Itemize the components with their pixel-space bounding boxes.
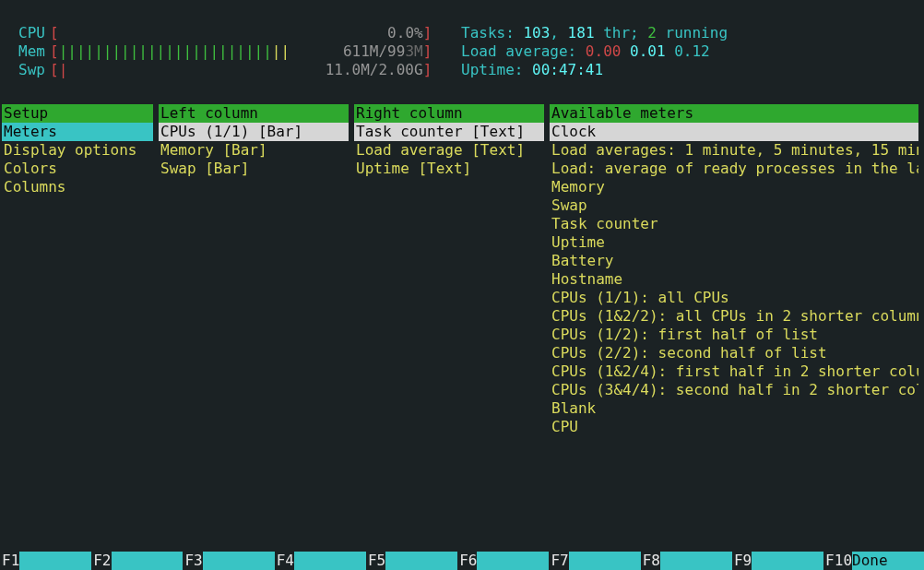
fkey-f7-action[interactable] [569, 552, 641, 570]
cpu-label: CPU [18, 24, 50, 42]
mem-meter: Mem [ |||||||||||||||||||||||||| 611M/99… [0, 42, 452, 61]
setup-item[interactable]: Columns [2, 178, 153, 196]
available-item[interactable]: Clock [550, 123, 918, 141]
setup-panels: Setup MetersDisplay optionsColorsColumns… [2, 104, 924, 436]
fkey-f2-action[interactable] [112, 552, 184, 570]
right_column-item[interactable]: Uptime [Text] [354, 160, 544, 178]
fkey-f9[interactable]: F9 [732, 552, 752, 570]
fkey-f5-action[interactable] [385, 552, 457, 570]
available-item[interactable]: CPUs (1&2/4): first half in 2 shorter co… [550, 362, 918, 381]
available-item[interactable]: Load averages: 1 minute, 5 minutes, 15 m… [550, 141, 918, 160]
header-meters: CPU [ 0.0% ] Tasks: 103, 181 thr; 2 runn… [0, 24, 924, 79]
fkey-f10[interactable]: F10 [823, 552, 852, 570]
swp-meter: Swp [ | 11.0M/2.00G ] [0, 61, 452, 79]
panel-left-column: Left column CPUs (1/1) [Bar]Memory [Bar]… [159, 104, 349, 436]
fkey-f7[interactable]: F7 [549, 552, 568, 570]
setup-item[interactable]: Colors [2, 160, 153, 178]
right_column-item[interactable]: Task counter [Text] [354, 123, 544, 141]
fkey-f6-action[interactable] [477, 552, 549, 570]
available-item[interactable]: CPUs (1&2/2): all CPUs in 2 shorter colu… [550, 307, 918, 326]
fkey-f5[interactable]: F5 [366, 552, 385, 570]
mem-label: Mem [18, 42, 50, 61]
setup-item[interactable]: Display options [2, 141, 153, 160]
swp-bar-used: | [59, 61, 68, 78]
fkey-f8[interactable]: F8 [641, 552, 660, 570]
available-item[interactable]: Load: average of ready processes in the … [550, 160, 918, 178]
uptime-meter: Uptime: 00:47:41 [452, 61, 603, 79]
fkey-f6[interactable]: F6 [457, 552, 477, 570]
available-item[interactable]: CPUs (1/2): first half of list [550, 326, 918, 344]
panel-right-column-header: Right column [354, 104, 544, 123]
swp-label: Swp [18, 61, 50, 79]
available-item[interactable]: Memory [550, 178, 918, 196]
setup-item[interactable]: Meters [2, 123, 153, 141]
swp-value: 11.0M/2.00G [326, 61, 423, 78]
load-meter: Load average: 0.00 0.01 0.12 [452, 42, 710, 61]
panel-available-header: Available meters [550, 104, 918, 123]
mem-value: 611M/99 [343, 42, 405, 60]
available-item[interactable]: Swap [550, 196, 918, 215]
fkey-f9-action[interactable] [752, 552, 823, 570]
available-item[interactable]: Hostname [550, 270, 918, 289]
left_column-item[interactable]: Swap [Bar] [159, 160, 349, 178]
available-item[interactable]: Blank [550, 399, 918, 418]
available-item[interactable]: Uptime [550, 233, 918, 252]
right_column-item[interactable]: Load average [Text] [354, 141, 544, 160]
function-key-bar: F1F2F3F4F5F6F7F8F9F10Done [0, 552, 924, 570]
available-item[interactable]: Battery [550, 252, 918, 270]
left_column-item[interactable]: CPUs (1/1) [Bar] [159, 123, 349, 141]
fkey-f2[interactable]: F2 [91, 552, 111, 570]
fkey-f3-action[interactable] [203, 552, 275, 570]
fkey-f10-action[interactable]: Done [852, 552, 924, 570]
panel-left-column-header: Left column [159, 104, 349, 123]
cpu-meter: CPU [ 0.0% ] [0, 24, 452, 42]
tasks-meter: Tasks: 103, 181 thr; 2 running [452, 24, 728, 42]
panel-setup-header: Setup [2, 104, 153, 123]
cpu-value: 0.0% [387, 24, 423, 42]
available-item[interactable]: CPUs (3&4/4): second half in 2 shorter c… [550, 381, 918, 399]
mem-bar-cache: || [272, 42, 290, 60]
bracket-open: [ [50, 24, 59, 42]
fkey-f1[interactable]: F1 [0, 552, 19, 570]
panel-setup: Setup MetersDisplay optionsColorsColumns [2, 104, 153, 436]
mem-bar-used: |||||||||||||||||||||||| [59, 42, 272, 60]
fkey-f4[interactable]: F4 [275, 552, 294, 570]
left_column-item[interactable]: Memory [Bar] [159, 141, 349, 160]
panel-right-column: Right column Task counter [Text]Load ave… [354, 104, 544, 436]
fkey-f1-action[interactable] [19, 552, 91, 570]
fkey-f4-action[interactable] [294, 552, 366, 570]
bracket-close: ] [423, 24, 432, 42]
available-item[interactable]: Task counter [550, 215, 918, 233]
panel-available-meters: Available meters ClockLoad averages: 1 m… [550, 104, 918, 436]
available-item[interactable]: CPUs (1/1): all CPUs [550, 289, 918, 307]
fkey-f8-action[interactable] [660, 552, 732, 570]
available-item[interactable]: CPU [550, 418, 918, 436]
fkey-f3[interactable]: F3 [183, 552, 202, 570]
available-item[interactable]: CPUs (2/2): second half of list [550, 344, 918, 362]
